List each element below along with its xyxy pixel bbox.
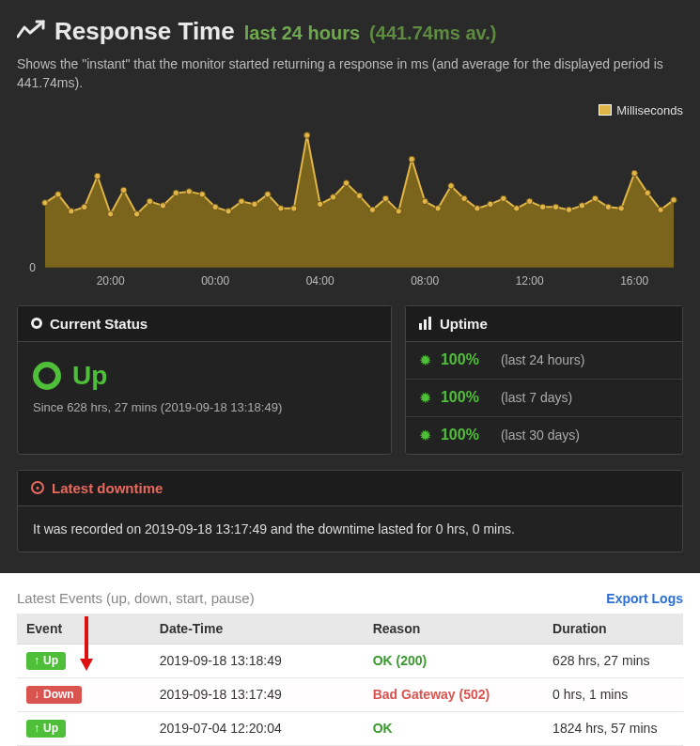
event-datetime: 2019-07-04 12:20:04 — [150, 711, 364, 745]
latest-events-panel: Latest Events (up, down, start, pause) E… — [0, 573, 700, 746]
svg-point-16 — [252, 201, 257, 207]
legend-label: Milliseconds — [616, 103, 683, 117]
svg-point-11 — [186, 189, 192, 194]
table-row: ↓ Down2019-09-18 13:17:49Bad Gateway (50… — [17, 677, 683, 711]
svg-point-31 — [448, 183, 454, 189]
svg-point-29 — [422, 198, 428, 204]
event-reason: Bad Gateway (502) — [364, 677, 543, 711]
svg-text:16:00: 16:00 — [620, 274, 648, 288]
response-time-chart[interactable]: 020:0000:0004:0008:0012:0016:00 — [17, 121, 683, 290]
svg-point-33 — [474, 206, 480, 211]
svg-text:20:00: 20:00 — [97, 274, 125, 288]
svg-point-44 — [618, 206, 624, 211]
svg-point-2 — [69, 209, 74, 214]
event-duration: 1824 hrs, 57 mins — [543, 711, 683, 745]
svg-point-43 — [605, 204, 611, 210]
uptime-pct: 100% — [441, 427, 491, 443]
svg-point-47 — [658, 207, 663, 212]
svg-point-30 — [435, 206, 441, 211]
svg-rect-58 — [428, 317, 431, 330]
response-time-title-row: Response Time last 24 hours (441.74ms av… — [17, 17, 683, 46]
event-tag-down: ↓ Down — [26, 686, 82, 704]
latest-downtime-header: • Latest downtime — [18, 471, 682, 506]
arrow-icon: ↑ — [34, 654, 39, 667]
chart-legend: Milliseconds — [17, 103, 683, 117]
table-header: Duration — [543, 614, 683, 645]
event-reason: OK (200) — [364, 644, 543, 677]
bar-chart-icon — [419, 317, 432, 330]
table-header: Event — [17, 614, 150, 645]
page-subtitle: last 24 hours — [244, 23, 360, 44]
uptime-row: ✹100%(last 30 days) — [406, 416, 682, 454]
certificate-icon: ✹ — [419, 351, 431, 369]
svg-point-6 — [120, 187, 126, 193]
certificate-icon: ✹ — [419, 389, 431, 407]
uptime-row: ✹100%(last 24 hours) — [406, 342, 682, 379]
svg-point-15 — [239, 198, 244, 204]
description: Shows the "instant" that the monitor sta… — [17, 55, 683, 92]
svg-point-22 — [330, 194, 335, 200]
svg-point-45 — [631, 170, 637, 176]
dashboard-dark-panel: Response Time last 24 hours (441.74ms av… — [0, 0, 700, 573]
svg-point-27 — [396, 209, 401, 214]
svg-point-48 — [671, 197, 677, 203]
uptime-label: (last 30 days) — [501, 427, 580, 443]
trend-icon — [17, 20, 45, 44]
events-table: EventDate-TimeReasonDuration ↑ Up2019-09… — [17, 614, 683, 746]
arrow-icon: ↑ — [34, 722, 39, 735]
svg-point-13 — [212, 204, 218, 210]
uptime-card: Uptime ✹100%(last 24 hours)✹100%(last 7 … — [405, 305, 683, 455]
svg-point-9 — [160, 203, 165, 209]
svg-rect-57 — [424, 319, 427, 330]
legend-swatch — [599, 104, 612, 116]
svg-point-19 — [291, 206, 297, 211]
arrow-icon: ↓ — [34, 688, 39, 701]
svg-rect-56 — [419, 323, 422, 330]
target-icon — [31, 318, 42, 329]
event-tag-up: ↑ Up — [26, 652, 66, 670]
table-row: ↑ Up2019-09-18 13:18:49OK (200)628 hrs, … — [17, 644, 683, 677]
page-title: Response Time — [54, 17, 235, 46]
status-text: Up — [72, 361, 107, 391]
status-since: Since 628 hrs, 27 mins (2019-09-18 13:18… — [33, 400, 376, 414]
svg-point-7 — [133, 211, 139, 217]
svg-point-20 — [304, 132, 310, 138]
svg-point-12 — [199, 192, 205, 197]
table-row: ↑ Up2019-07-04 12:20:04OK1824 hrs, 57 mi… — [17, 711, 683, 745]
svg-text:0: 0 — [29, 261, 36, 274]
svg-point-10 — [173, 190, 179, 195]
export-logs-link[interactable]: Export Logs — [606, 591, 683, 606]
svg-point-8 — [147, 198, 152, 204]
uptime-header: Uptime — [406, 306, 682, 342]
alert-icon: • — [31, 481, 44, 494]
svg-point-4 — [95, 173, 101, 179]
svg-point-25 — [369, 207, 375, 212]
svg-point-38 — [539, 204, 545, 210]
status-ring-icon — [33, 362, 61, 390]
table-header: Reason — [364, 614, 543, 645]
svg-point-17 — [265, 192, 271, 197]
svg-text:04:00: 04:00 — [306, 274, 334, 288]
svg-text:12:00: 12:00 — [516, 274, 544, 288]
status-indicator: Up — [33, 361, 376, 391]
table-header: Date-Time — [150, 614, 364, 645]
svg-point-32 — [461, 195, 467, 201]
svg-point-5 — [107, 211, 113, 217]
latest-downtime-body: It was recorded on 2019-09-18 13:17:49 a… — [18, 506, 682, 552]
current-status-card: Current Status Up Since 628 hrs, 27 mins… — [17, 305, 392, 455]
svg-point-18 — [278, 206, 284, 211]
svg-text:00:00: 00:00 — [201, 274, 229, 288]
svg-point-40 — [566, 207, 571, 212]
svg-point-21 — [317, 201, 322, 207]
uptime-label: (last 24 hours) — [501, 352, 584, 367]
current-status-header: Current Status — [18, 306, 391, 342]
svg-point-24 — [356, 193, 362, 198]
svg-point-39 — [552, 204, 558, 210]
svg-point-46 — [645, 190, 650, 195]
latest-events-title: Latest Events (up, down, start, pause) — [17, 590, 255, 606]
event-duration: 628 hrs, 27 mins — [543, 644, 683, 677]
svg-point-41 — [579, 203, 584, 209]
svg-text:08:00: 08:00 — [411, 274, 439, 288]
event-duration: 0 hrs, 1 mins — [543, 677, 683, 711]
svg-point-14 — [226, 209, 231, 214]
